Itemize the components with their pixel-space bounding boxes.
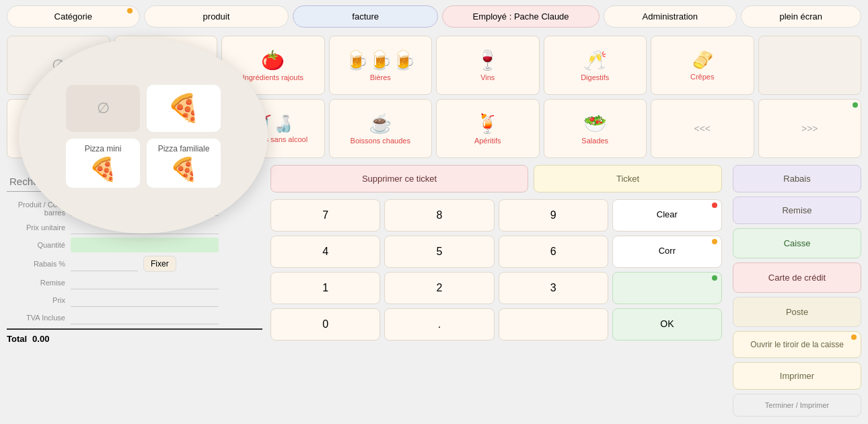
cat-vins[interactable]: 🍷 Vins bbox=[436, 36, 540, 95]
cat-prev[interactable]: <<< bbox=[651, 99, 754, 158]
nav-employe[interactable]: Employé : Pache Claude bbox=[442, 5, 600, 28]
form-quantite-label: Quantité bbox=[7, 241, 71, 249]
nav-facture[interactable]: facture bbox=[293, 5, 438, 28]
nav-produit[interactable]: produit bbox=[144, 5, 289, 28]
cat-boissons-chaudes[interactable]: ☕ Boissons chaudes bbox=[329, 99, 433, 158]
num-3[interactable]: 3 bbox=[499, 272, 608, 304]
num-dot[interactable]: . bbox=[384, 308, 494, 341]
cat-salades[interactable]: 🥗 Salades bbox=[544, 99, 647, 158]
total-value: 0.00 bbox=[32, 334, 49, 344]
total-label: Total bbox=[7, 334, 27, 344]
num-0[interactable]: 0 bbox=[270, 308, 380, 341]
num-8[interactable]: 8 bbox=[384, 199, 494, 232]
cat-bieres[interactable]: 🍺🍺🍺 Bières bbox=[329, 36, 433, 95]
form-quantite-input[interactable] bbox=[71, 238, 219, 252]
nav-categorie[interactable]: Catégorie bbox=[7, 5, 140, 28]
form-remise-label: Remise bbox=[7, 279, 71, 287]
cat-aperitifs[interactable]: 🍹 Apéritifs bbox=[436, 99, 540, 158]
cat-crepes[interactable]: 🫔 Crêpes bbox=[651, 36, 754, 95]
ouvrir-tiroir-button[interactable]: Ouvrir le tiroir de la caisse bbox=[733, 331, 861, 358]
corr-button[interactable]: Corr bbox=[612, 236, 722, 268]
pizza-zoom-null[interactable]: ∅ bbox=[66, 85, 140, 132]
pizza-zoom-mini[interactable]: Pizza mini 🍕 bbox=[66, 139, 140, 188]
ok-button[interactable] bbox=[612, 272, 722, 304]
pizza-zoom-pizza[interactable]: 🍕 bbox=[147, 85, 221, 132]
num-1[interactable]: 1 bbox=[270, 272, 380, 304]
num-9[interactable]: 9 bbox=[499, 199, 608, 232]
ticket-button[interactable]: Ticket bbox=[534, 165, 722, 192]
form-rabais-label: Rabais % bbox=[7, 260, 71, 268]
num-2[interactable]: 2 bbox=[384, 272, 494, 304]
supprimer-button[interactable]: Supprimer ce ticket bbox=[270, 165, 528, 192]
imprimer-button[interactable]: Imprimer bbox=[733, 362, 861, 390]
cat-next[interactable]: >>> bbox=[758, 99, 862, 158]
num-5[interactable]: 5 bbox=[384, 236, 494, 268]
form-tva-input[interactable] bbox=[71, 310, 219, 324]
num-6[interactable]: 6 bbox=[499, 236, 608, 268]
terminer-button[interactable]: Terminer / Imprimer bbox=[733, 394, 861, 417]
remise-button[interactable]: Remise bbox=[733, 197, 861, 224]
caisse-button[interactable]: Caisse bbox=[733, 228, 861, 258]
pizza-zoom-overlay: ∅ 🍕 Pizza mini 🍕 Pizza familiale 🍕 bbox=[19, 38, 268, 234]
nav-administration[interactable]: Administration bbox=[604, 5, 737, 28]
clear-button[interactable]: Clear bbox=[612, 199, 722, 232]
cat-empty bbox=[758, 36, 862, 95]
nav-plein-ecran[interactable]: plein écran bbox=[741, 5, 861, 28]
rabais-button[interactable]: Rabais bbox=[733, 165, 861, 192]
poste-button[interactable]: Poste bbox=[733, 297, 861, 327]
fixer-button[interactable]: Fixer bbox=[143, 256, 176, 272]
form-tva-label: TVA Incluse bbox=[7, 314, 71, 322]
num-empty bbox=[499, 308, 608, 341]
form-prix-label: Prix unitaire bbox=[7, 223, 71, 232]
form-remise-input[interactable] bbox=[71, 275, 219, 289]
form-rabais-input[interactable] bbox=[71, 257, 138, 271]
carte-credit-button[interactable]: Carte de crédit bbox=[733, 262, 861, 293]
num-7[interactable]: 7 bbox=[270, 199, 380, 232]
num-4[interactable]: 4 bbox=[270, 236, 380, 268]
pizza-zoom-familiale[interactable]: Pizza familiale 🍕 bbox=[147, 139, 221, 188]
cat-digestifs[interactable]: 🥂 Digestifs bbox=[544, 36, 647, 95]
ok-confirm-button[interactable]: OK bbox=[612, 308, 722, 341]
form-prix2-label: Prix bbox=[7, 296, 71, 304]
form-prix2-input[interactable] bbox=[71, 293, 219, 307]
